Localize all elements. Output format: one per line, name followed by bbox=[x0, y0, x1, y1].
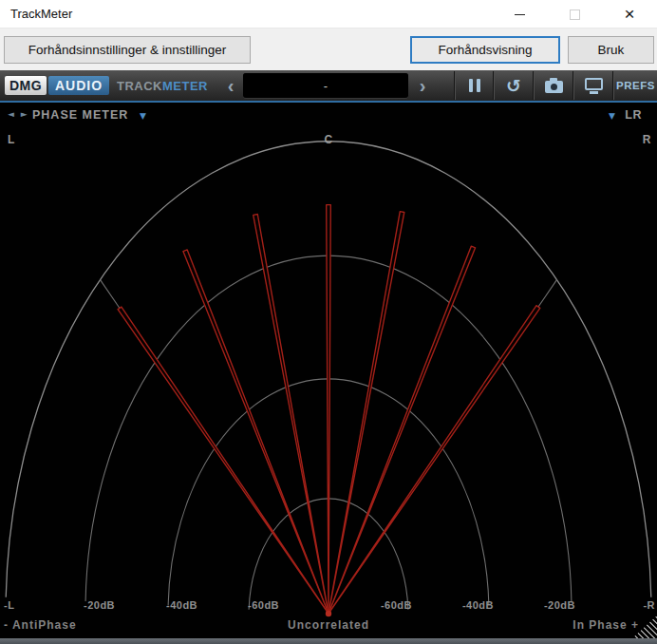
phase-display bbox=[0, 129, 657, 638]
monitor-icon bbox=[585, 78, 603, 90]
scale-label-right: R bbox=[643, 133, 651, 146]
phase-needle bbox=[327, 205, 331, 614]
presets-settings-button[interactable]: Forhåndsinnstillinger & innstillinger bbox=[4, 36, 251, 64]
scale-label-center: C bbox=[0, 133, 657, 146]
channel-dropdown-icon[interactable]: ▼ bbox=[609, 111, 615, 121]
camera-icon bbox=[545, 81, 563, 93]
meter-mode-dropdown-icon[interactable]: ▼ bbox=[140, 111, 146, 121]
phase-needle bbox=[328, 306, 540, 614]
meter-mode-title[interactable]: PHASE METER bbox=[32, 108, 128, 122]
prefs-button[interactable]: PREFS bbox=[614, 70, 657, 101]
title-bar: TrackMeter × bbox=[0, 0, 657, 28]
needle-origin bbox=[326, 611, 331, 616]
close-icon: × bbox=[624, 5, 634, 23]
audio-logo: AUDIO bbox=[48, 76, 109, 95]
maximize-icon bbox=[570, 9, 580, 20]
meter-header: ◄ ► PHASE METER ▼ ▼ LR bbox=[0, 103, 657, 129]
channel-selector[interactable]: LR bbox=[625, 108, 642, 122]
minimize-button[interactable] bbox=[492, 0, 547, 28]
inphase-caption: In Phase + bbox=[573, 618, 639, 632]
product-name-meter: METER bbox=[162, 79, 208, 93]
preview-button[interactable]: Forhåndsvisning bbox=[410, 36, 560, 64]
maximize-button[interactable] bbox=[547, 0, 602, 28]
db-label: -20dB bbox=[84, 599, 115, 611]
window-bottom-edge bbox=[0, 638, 657, 644]
minimize-icon bbox=[515, 14, 525, 15]
prev-preset-button[interactable]: ‹ bbox=[220, 70, 241, 101]
db-label: -40dB bbox=[166, 599, 197, 611]
host-button-row: Forhåndsinnstillinger & innstillinger Fo… bbox=[0, 28, 657, 70]
product-name: TRACKMETER bbox=[117, 70, 208, 101]
plugin-toolbar: DMG AUDIO TRACKMETER ‹ - › ↺ PREFS bbox=[0, 70, 657, 101]
product-name-track: TRACK bbox=[117, 79, 162, 93]
dmg-logo: DMG bbox=[5, 76, 47, 95]
refresh-icon: ↺ bbox=[506, 77, 521, 95]
close-button[interactable]: × bbox=[602, 0, 657, 28]
apply-button[interactable]: Bruk bbox=[568, 36, 654, 64]
next-preset-button[interactable]: › bbox=[412, 70, 433, 101]
pause-icon bbox=[469, 79, 480, 92]
db-label: -40dB bbox=[462, 599, 494, 611]
reset-button[interactable]: ↺ bbox=[495, 70, 533, 101]
phase-needle bbox=[328, 212, 404, 614]
uncorrelated-caption: Uncorrelated bbox=[0, 618, 657, 632]
db-label: -60dB bbox=[381, 599, 412, 611]
preset-name-box[interactable]: - bbox=[243, 73, 408, 98]
window-title: TrackMeter bbox=[10, 7, 72, 21]
phase-needle bbox=[118, 307, 328, 614]
pause-button[interactable] bbox=[456, 70, 493, 101]
phase-needle bbox=[253, 215, 328, 615]
db-label: -L bbox=[4, 599, 14, 611]
db-label: -20dB bbox=[544, 599, 575, 611]
db-label: -R bbox=[643, 599, 655, 611]
display-button[interactable] bbox=[574, 70, 612, 101]
db-label: -60dB bbox=[248, 599, 279, 611]
snapshot-button[interactable] bbox=[535, 70, 573, 101]
phase-meter-display: L C R -L -20dB -40dB -60dB -60dB -40dB -… bbox=[0, 129, 657, 638]
meter-mode-arrows[interactable]: ◄ ► bbox=[8, 109, 29, 119]
trackmeter-window: TrackMeter × Forhåndsinnstillinger & inn… bbox=[0, 0, 657, 644]
